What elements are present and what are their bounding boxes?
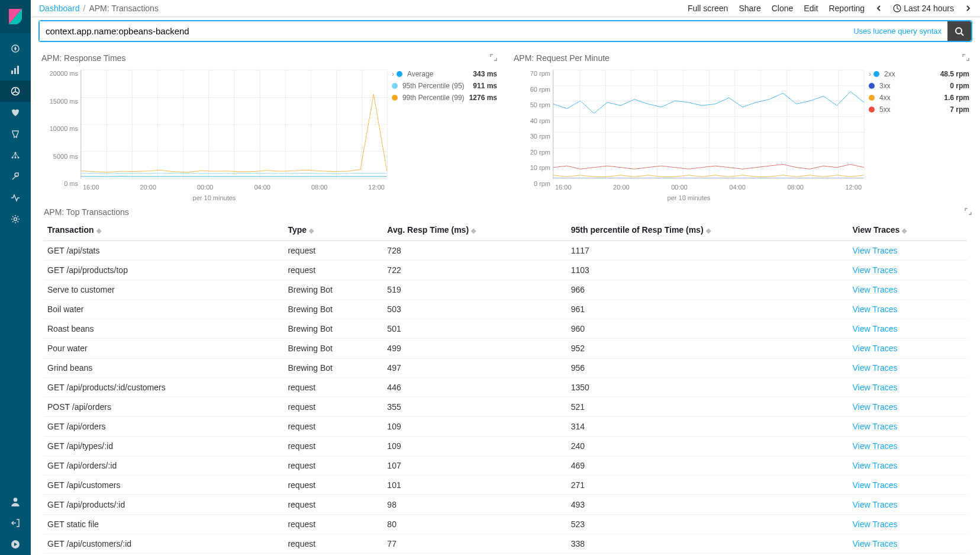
legend-item[interactable]: 99th Percentile (99)1276 ms <box>392 94 497 102</box>
cell-p95: 523 <box>568 515 849 534</box>
nav-logout[interactable] <box>0 512 31 534</box>
table-row: GET /api/products/toprequest7221103View … <box>44 261 967 280</box>
cell-avg: 80 <box>383 515 567 534</box>
view-traces-link[interactable]: View Traces <box>849 241 967 261</box>
breadcrumb-root[interactable]: Dashboard <box>39 4 80 13</box>
view-traces-link[interactable]: View Traces <box>849 456 967 476</box>
legend: ›2xx48.5 rpm3xx0 rpm4xx1.6 rpm5xx7 rpm <box>869 65 969 201</box>
table-row: GET /api/statsrequest7281117View Traces <box>44 241 967 261</box>
nav-timelion[interactable] <box>0 102 31 123</box>
view-traces-link[interactable]: View Traces <box>849 261 967 280</box>
view-traces-link[interactable]: View Traces <box>849 534 967 554</box>
view-traces-link[interactable]: View Traces <box>849 339 967 358</box>
cell-avg: 728 <box>383 241 567 261</box>
legend-item[interactable]: 95th Percentile (95)911 ms <box>392 82 497 90</box>
legend-item[interactable]: ›2xx48.5 rpm <box>869 70 969 78</box>
query-input[interactable] <box>40 21 847 41</box>
chevron-right-icon[interactable]: › <box>869 70 871 78</box>
cell-p95: 966 <box>568 280 849 300</box>
timerange-label: Last 24 hours <box>904 4 954 13</box>
table-row: GET /api/types/:idrequest109240View Trac… <box>44 437 967 456</box>
cell-p95: 493 <box>568 495 849 515</box>
expand-icon[interactable] <box>965 207 972 217</box>
col-p95[interactable]: 95th percentile of Resp Time (ms)◆ <box>568 219 849 241</box>
nav-graph[interactable] <box>0 145 31 166</box>
nav-collapse[interactable] <box>0 534 31 555</box>
cell-type: Brewing Bot <box>284 280 383 300</box>
chevron-right-icon[interactable]: › <box>392 70 394 78</box>
legend-item[interactable]: ›Average343 ms <box>392 70 497 78</box>
table-row: GET /api/products/:id/customersrequest44… <box>44 378 967 397</box>
view-traces-link[interactable]: View Traces <box>849 417 967 437</box>
legend-dot <box>869 95 875 101</box>
cell-type: Brewing Bot <box>284 358 383 378</box>
svg-point-10 <box>14 498 18 502</box>
topbar: Dashboard / APM: Transactions Full scree… <box>31 0 980 17</box>
legend-dot <box>873 71 879 77</box>
view-traces-link[interactable]: View Traces <box>849 495 967 515</box>
fullscreen-button[interactable]: Full screen <box>688 4 728 13</box>
view-traces-link[interactable]: View Traces <box>849 300 967 319</box>
share-button[interactable]: Share <box>739 4 760 13</box>
time-prev-button[interactable] <box>875 5 882 12</box>
cell-avg: 497 <box>383 358 567 378</box>
legend-label: 95th Percentile (95) <box>402 82 465 90</box>
expand-icon[interactable] <box>962 53 969 63</box>
panel-title: APM: Response Times <box>41 53 497 63</box>
view-traces-link[interactable]: View Traces <box>849 437 967 456</box>
kibana-logo[interactable] <box>0 0 31 33</box>
y-tick: 5000 ms <box>41 153 78 160</box>
y-tick: 50 rpm <box>514 101 550 108</box>
col-view[interactable]: View Traces◆ <box>849 219 967 241</box>
view-traces-link[interactable]: View Traces <box>849 280 967 300</box>
col-transaction[interactable]: Transaction◆ <box>44 219 284 241</box>
cell-type: request <box>284 261 383 280</box>
cell-avg: 107 <box>383 456 567 476</box>
view-traces-link[interactable]: View Traces <box>849 515 967 534</box>
nav-monitoring[interactable] <box>0 187 31 208</box>
legend-item[interactable]: 4xx1.6 rpm <box>869 94 969 102</box>
nav-visualize[interactable] <box>0 59 31 81</box>
clone-button[interactable]: Clone <box>772 4 794 13</box>
legend-value: 0 rpm <box>950 82 969 90</box>
view-traces-link[interactable]: View Traces <box>849 378 967 397</box>
table-row: GET /api/customersrequest101271View Trac… <box>44 476 967 495</box>
edit-button[interactable]: Edit <box>804 4 818 13</box>
cell-p95: 314 <box>568 417 849 437</box>
x-tick: 00:00 <box>197 184 214 191</box>
syntax-hint[interactable]: Uses lucene query syntax <box>847 22 947 40</box>
nav-canvas[interactable] <box>0 123 31 145</box>
nav-devtools[interactable] <box>0 166 31 187</box>
view-traces-link[interactable]: View Traces <box>849 358 967 378</box>
reporting-button[interactable]: Reporting <box>829 4 865 13</box>
cell-avg: 446 <box>383 378 567 397</box>
svg-rect-1 <box>11 70 13 74</box>
search-button[interactable] <box>947 21 971 41</box>
time-next-button[interactable] <box>965 5 972 12</box>
nav-dashboard[interactable] <box>0 81 31 102</box>
chart-response[interactable]: 20000 ms15000 ms10000 ms5000 ms0 ms 16:0… <box>41 65 387 201</box>
x-tick: 00:00 <box>671 184 688 191</box>
legend-item[interactable]: 5xx7 rpm <box>869 105 969 114</box>
view-traces-link[interactable]: View Traces <box>849 476 967 495</box>
col-avg[interactable]: Avg. Resp Time (ms)◆ <box>383 219 567 241</box>
cell-type: request <box>284 378 383 397</box>
y-tick: 30 rpm <box>514 133 550 140</box>
x-tick: 08:00 <box>311 184 328 191</box>
legend-item[interactable]: 3xx0 rpm <box>869 82 969 90</box>
expand-icon[interactable] <box>490 53 497 63</box>
nav-management[interactable] <box>0 208 31 230</box>
legend-label: Average <box>407 70 433 78</box>
col-type[interactable]: Type◆ <box>284 219 383 241</box>
view-traces-link[interactable]: View Traces <box>849 319 967 339</box>
cell-p95: 952 <box>568 339 849 358</box>
timerange-button[interactable]: Last 24 hours <box>893 4 954 13</box>
nav-user[interactable] <box>0 491 31 512</box>
search-icon <box>955 27 964 36</box>
cell-avg: 499 <box>383 339 567 358</box>
legend-dot <box>869 107 875 113</box>
view-traces-link[interactable]: View Traces <box>849 397 967 417</box>
cell-p95: 271 <box>568 476 849 495</box>
nav-discover[interactable] <box>0 38 31 59</box>
chart-requests[interactable]: 70 rpm60 rpm50 rpm40 rpm30 rpm20 rpm10 r… <box>514 65 864 201</box>
